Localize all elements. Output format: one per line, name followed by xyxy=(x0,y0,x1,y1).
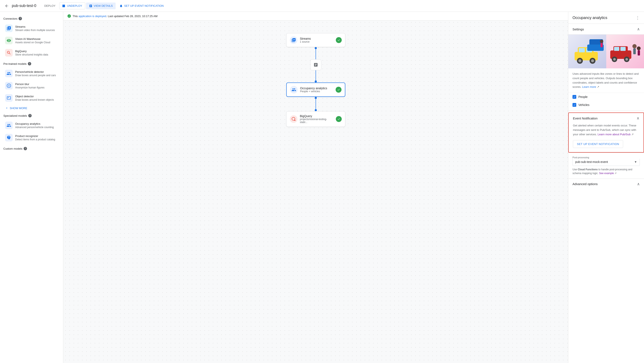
connectors-help-icon[interactable]: ? xyxy=(18,17,22,20)
see-example-link[interactable]: See example xyxy=(599,172,614,175)
sidebar-item-object-detector[interactable]: Object detector Draw boxes around known … xyxy=(2,92,62,104)
post-processing-select[interactable]: pub-sub-test-mock-event ▼ xyxy=(572,158,640,166)
vision-ai-desc: Assets stored on Google Cloud xyxy=(15,41,58,44)
separator xyxy=(568,111,644,111)
vehicles-label: Vehicles xyxy=(578,103,589,107)
deploy-button[interactable]: DEPLOY xyxy=(41,3,58,9)
sidebar-item-occupancy[interactable]: Occupancy analytics Advanced person/vehi… xyxy=(2,119,62,131)
event-toggle[interactable]: ∧ xyxy=(636,116,639,121)
connectors-section-title: Connectors ? xyxy=(0,15,63,22)
sidebar-item-vision-ai[interactable]: Vision AI Warehouse Assets stored on Goo… xyxy=(2,35,62,47)
occupancy-node-icon xyxy=(290,86,298,94)
people-checkbox[interactable] xyxy=(572,95,576,99)
person-blur-icon xyxy=(5,82,13,90)
view-details-button[interactable]: VIEW DETAILS xyxy=(86,3,116,9)
occupancy-node-title: Occupancy analytics xyxy=(300,87,333,90)
canvas-content: Streams 1 source xyxy=(63,21,568,147)
deployed-link[interactable]: application is deployed xyxy=(78,15,106,18)
streams-node-check xyxy=(336,37,342,43)
occupancy-title: Occupancy analytics xyxy=(15,122,58,125)
occupancy-flow-node[interactable]: Occupancy analytics People + vehicles xyxy=(286,83,345,97)
sidebar-item-person-blur[interactable]: Person blur Anonymize human figures xyxy=(2,80,62,92)
person-vehicle-icon xyxy=(5,70,13,77)
svg-point-9 xyxy=(591,59,594,62)
sidebar-item-person-vehicle[interactable]: Person/vehicle detector Draw boxes aroun… xyxy=(2,68,62,79)
setup-event-notification-button[interactable]: SET UP EVENT NOTIFICATION xyxy=(116,3,167,9)
connector-2 xyxy=(315,97,317,111)
advanced-toggle[interactable]: ∧ xyxy=(637,182,640,186)
post-select-arrow-icon: ▼ xyxy=(634,160,637,164)
people-checkbox-row: People xyxy=(568,93,644,101)
occupancy-desc: Advanced person/vehicle counting xyxy=(15,126,58,129)
occupancy-node-subtitle: People + vehicles xyxy=(300,90,333,93)
panel-menu-icon[interactable]: ⋮ xyxy=(636,15,640,20)
panel-desc: Uses advanced inputs like zones or lines… xyxy=(568,68,644,93)
svg-point-19 xyxy=(613,58,616,61)
back-button[interactable] xyxy=(4,3,10,9)
nav-actions: DEPLOY UNDEPLOY VIEW DETAILS SET UP EVEN… xyxy=(41,2,167,9)
event-section-header: Event Notification ∧ xyxy=(569,113,644,124)
svg-point-21 xyxy=(626,58,628,61)
sidebar: Connectors ? Streams Stream video from m… xyxy=(0,12,63,363)
right-panel: Occupancy analytics ⋮ Settings ∧ xyxy=(568,12,644,363)
advanced-options-section: Advanced options ∧ xyxy=(568,179,644,189)
svg-point-7 xyxy=(578,59,581,62)
streams-node-subtitle: 1 source xyxy=(300,40,333,43)
bigquery-title: BigQuery xyxy=(15,50,58,53)
pretrained-help-icon[interactable]: ? xyxy=(28,62,31,66)
person-vehicle-desc: Draw boxes around people and cars xyxy=(15,74,58,77)
img-left xyxy=(568,35,606,68)
vehicles-checkbox[interactable] xyxy=(572,103,576,107)
bigquery-node-title: BigQuery xyxy=(300,114,333,118)
svg-point-24 xyxy=(637,47,640,50)
person-blur-title: Person blur xyxy=(15,83,58,86)
object-detector-icon xyxy=(5,94,13,102)
pubsub-learn-more-link[interactable]: Learn more about Pub/Sub xyxy=(598,133,630,136)
occupancy-node-check xyxy=(336,87,342,93)
streams-flow-node[interactable]: Streams 1 source xyxy=(286,33,345,47)
specialized-help-icon[interactable]: ? xyxy=(28,114,32,117)
show-more-button[interactable]: SHOW MORE xyxy=(2,105,62,111)
custom-help-icon[interactable]: ? xyxy=(24,147,27,150)
status-text: This application is deployed. Last updat… xyxy=(72,15,158,18)
cars-illustration-right xyxy=(608,36,642,67)
canvas-area: This application is deployed. Last updat… xyxy=(63,12,568,363)
settings-toggle[interactable]: ∧ xyxy=(637,27,640,32)
learn-more-link[interactable]: Learn more xyxy=(582,85,596,88)
main-layout: Connectors ? Streams Stream video from m… xyxy=(0,12,644,363)
streams-icon xyxy=(5,25,13,32)
event-notification-section: Event Notification ∧ Get alerted when ce… xyxy=(568,113,644,152)
top-nav: pub-sub-test-0 DEPLOY UNDEPLOY VIEW DETA… xyxy=(0,0,644,12)
product-recognizer-title: Product recognizer xyxy=(15,134,58,138)
settings-section-header: Settings ∧ xyxy=(568,24,644,35)
bigquery-node-check xyxy=(336,116,342,122)
event-notification-title: Event Notification xyxy=(573,117,598,120)
svg-point-12 xyxy=(600,40,603,43)
sidebar-item-product-recognizer[interactable]: Product recognizer Detect items from a p… xyxy=(2,132,62,144)
streams-desc: Stream video from multiple sources xyxy=(15,29,58,32)
svg-rect-23 xyxy=(633,48,636,54)
sidebar-item-bigquery[interactable]: BigQuery Store structured insights data xyxy=(2,47,62,59)
panel-title: Occupancy analytics xyxy=(572,16,607,20)
svg-rect-25 xyxy=(638,50,640,56)
vehicles-checkbox-row: Vehicles xyxy=(568,101,644,109)
bigquery-desc: Store structured insights data xyxy=(15,53,58,56)
transform-node xyxy=(310,59,321,70)
sidebar-item-streams[interactable]: Streams Stream video from multiple sourc… xyxy=(2,22,62,34)
img-right xyxy=(606,35,644,68)
person-vehicle-title: Person/vehicle detector xyxy=(15,70,58,74)
streams-node-title: Streams xyxy=(300,37,333,40)
person-blur-desc: Anonymize human figures xyxy=(15,86,58,89)
bigquery-icon xyxy=(5,49,13,57)
setup-event-btn[interactable]: SET UP EVENT NOTIFICATION xyxy=(573,140,623,148)
object-detector-desc: Draw boxes around known objects xyxy=(15,98,58,101)
streams-node-icon xyxy=(290,36,298,44)
bigquery-node-subtitle: projects/visionai-testing-stabl... xyxy=(300,118,333,124)
vision-ai-title: Vision AI Warehouse xyxy=(15,37,58,41)
post-processing-value: pub-sub-test-mock-event xyxy=(575,160,634,164)
svg-rect-1 xyxy=(8,97,9,98)
undeploy-button[interactable]: UNDEPLOY xyxy=(59,2,86,9)
bigquery-flow-node[interactable]: BigQuery projects/visionai-testing-stabl… xyxy=(286,111,345,127)
advanced-options-header: Advanced options ∧ xyxy=(568,179,644,189)
settings-title: Settings xyxy=(572,28,584,31)
